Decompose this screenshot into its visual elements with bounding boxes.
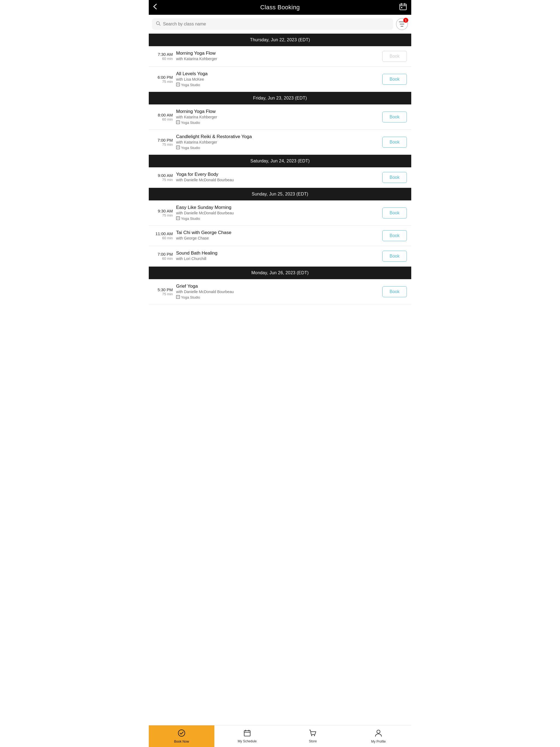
svg-point-11 bbox=[377, 730, 380, 733]
class-item: 6:00 PM75 minAll Levels Yogawith Lisa Mc… bbox=[149, 67, 411, 92]
class-info: All Levels Yogawith Lisa McKeeYoga Studi… bbox=[176, 71, 379, 87]
check-circle-icon bbox=[178, 729, 185, 739]
svg-rect-8 bbox=[244, 730, 250, 736]
calendar-icon bbox=[244, 729, 251, 738]
class-time: 9:30 AM75 min bbox=[153, 209, 173, 217]
class-time-duration: 75 min bbox=[153, 292, 173, 296]
search-icon bbox=[156, 21, 161, 27]
class-info: Easy Like Sunday Morningwith Danielle Mc… bbox=[176, 205, 379, 221]
class-instructor: with Danielle McDonald Bourbeau bbox=[176, 178, 379, 182]
nav-label: Store bbox=[309, 739, 317, 743]
class-time: 7:00 PM60 min bbox=[153, 252, 173, 261]
header: Class Booking bbox=[149, 0, 411, 15]
location-icon bbox=[176, 120, 180, 125]
class-item: 7:00 PM75 minCandlelight Reiki & Restora… bbox=[149, 130, 411, 155]
book-button[interactable]: Book bbox=[382, 172, 407, 183]
class-time: 7:30 AM60 min bbox=[153, 52, 173, 61]
class-time-hour: 5:30 PM bbox=[153, 287, 173, 292]
class-name: Candlelight Reiki & Restorative Yoga bbox=[176, 134, 379, 139]
calendar-button[interactable] bbox=[399, 3, 407, 12]
book-button[interactable]: Book bbox=[382, 208, 407, 218]
class-item: 11:00 AM60 minTai Chi with George Chasew… bbox=[149, 226, 411, 246]
nav-item-my-profile[interactable]: My Profile bbox=[346, 725, 411, 747]
class-instructor: with Danielle McDonald Bourbeau bbox=[176, 289, 379, 294]
class-info: Yoga for Every Bodywith Danielle McDonal… bbox=[176, 172, 379, 183]
cart-icon bbox=[309, 729, 316, 738]
class-time-hour: 6:00 PM bbox=[153, 75, 173, 80]
class-time-hour: 11:00 AM bbox=[153, 231, 173, 236]
class-item: 7:00 PM60 minSound Bath Healingwith Lori… bbox=[149, 246, 411, 266]
nav-item-book-now[interactable]: Book Now bbox=[149, 725, 214, 747]
class-item: 5:30 PM75 minGrief Yogawith Danielle McD… bbox=[149, 279, 411, 304]
book-button[interactable]: Book bbox=[382, 74, 407, 85]
date-header: Sunday, Jun 25, 2023 (EDT) bbox=[149, 188, 411, 200]
book-button[interactable]: Book bbox=[382, 286, 407, 297]
class-item: 9:30 AM75 minEasy Like Sunday Morningwit… bbox=[149, 200, 411, 226]
filter-button[interactable]: 1 bbox=[396, 18, 408, 30]
class-time-hour: 7:30 AM bbox=[153, 52, 173, 57]
class-name: Tai Chi with George Chase bbox=[176, 230, 379, 235]
class-location: Yoga Studio bbox=[176, 146, 379, 150]
svg-point-9 bbox=[311, 735, 312, 736]
class-location: Yoga Studio bbox=[176, 216, 379, 221]
class-name: Easy Like Sunday Morning bbox=[176, 205, 379, 210]
nav-item-my-schedule[interactable]: My Schedule bbox=[214, 725, 280, 747]
class-info: Sound Bath Healingwith Lori Churchill bbox=[176, 251, 379, 262]
class-time: 8:00 AM60 min bbox=[153, 113, 173, 121]
location-text: Yoga Studio bbox=[181, 216, 200, 221]
book-button[interactable]: Book bbox=[382, 230, 407, 241]
class-time: 7:00 PM75 min bbox=[153, 138, 173, 147]
search-input[interactable] bbox=[163, 22, 389, 27]
class-time: 11:00 AM60 min bbox=[153, 231, 173, 240]
location-icon bbox=[176, 216, 180, 221]
svg-rect-2 bbox=[176, 83, 180, 86]
class-time-hour: 8:00 AM bbox=[153, 113, 173, 117]
class-time-hour: 9:30 AM bbox=[153, 209, 173, 213]
class-location: Yoga Studio bbox=[176, 120, 379, 125]
class-info: Candlelight Reiki & Restorative Yogawith… bbox=[176, 134, 379, 150]
class-location: Yoga Studio bbox=[176, 295, 379, 300]
class-location: Yoga Studio bbox=[176, 83, 379, 87]
class-time: 5:30 PM75 min bbox=[153, 287, 173, 296]
book-button[interactable]: Book bbox=[382, 251, 407, 262]
class-name: Sound Bath Healing bbox=[176, 251, 379, 256]
class-time-duration: 60 min bbox=[153, 236, 173, 240]
book-button[interactable]: Book bbox=[382, 137, 407, 148]
class-time-duration: 75 min bbox=[153, 178, 173, 182]
search-bar: 1 bbox=[149, 15, 411, 34]
class-name: Yoga for Every Body bbox=[176, 172, 379, 177]
svg-point-7 bbox=[178, 730, 185, 736]
class-time-duration: 60 min bbox=[153, 256, 173, 261]
class-info: Morning Yoga Flowwith Katarina Kohberger bbox=[176, 51, 379, 62]
main-content: Thursday, Jun 22, 2023 (EDT)7:30 AM60 mi… bbox=[149, 34, 411, 747]
class-item: 8:00 AM60 minMorning Yoga Flowwith Katar… bbox=[149, 104, 411, 130]
search-input-wrapper bbox=[152, 18, 393, 30]
location-icon bbox=[176, 83, 180, 87]
location-text: Yoga Studio bbox=[181, 146, 200, 150]
page-title: Class Booking bbox=[260, 4, 300, 11]
class-time: 9:00 AM75 min bbox=[153, 173, 173, 182]
back-button[interactable] bbox=[153, 4, 157, 11]
nav-label: My Schedule bbox=[238, 739, 256, 743]
class-time-hour: 9:00 AM bbox=[153, 173, 173, 178]
class-time-duration: 60 min bbox=[153, 57, 173, 61]
class-time-duration: 75 min bbox=[153, 143, 173, 147]
nav-label: My Profile bbox=[371, 740, 385, 743]
svg-rect-4 bbox=[176, 146, 180, 149]
class-item: 9:00 AM75 minYoga for Every Bodywith Dan… bbox=[149, 168, 411, 188]
class-time-duration: 75 min bbox=[153, 213, 173, 217]
class-time-duration: 75 min bbox=[153, 80, 173, 84]
class-time-duration: 60 min bbox=[153, 117, 173, 121]
class-name: Morning Yoga Flow bbox=[176, 109, 379, 114]
class-name: Morning Yoga Flow bbox=[176, 51, 379, 56]
svg-rect-3 bbox=[176, 121, 180, 124]
filter-badge: 1 bbox=[403, 18, 408, 23]
person-icon bbox=[375, 729, 382, 739]
book-button[interactable]: Book bbox=[382, 111, 407, 123]
nav-item-store[interactable]: Store bbox=[280, 725, 346, 747]
class-time-hour: 7:00 PM bbox=[153, 252, 173, 256]
bottom-nav: Book NowMy ScheduleStoreMy Profile bbox=[149, 725, 411, 747]
class-instructor: with George Chase bbox=[176, 236, 379, 240]
class-instructor: with Lori Churchill bbox=[176, 256, 379, 261]
svg-rect-5 bbox=[176, 216, 180, 220]
